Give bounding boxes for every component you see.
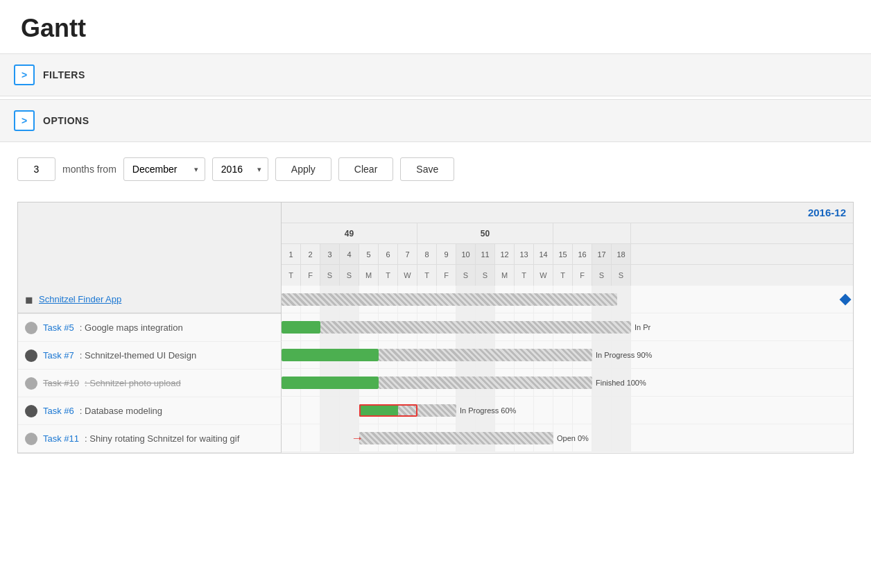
gantt-day-col <box>534 397 553 424</box>
task-link-task5[interactable]: Task #5 <box>43 322 74 333</box>
week-cell: 49 <box>282 223 417 243</box>
green-bar <box>282 377 379 389</box>
day-letter-cell: T <box>379 265 398 286</box>
year-select-wrapper: 20142015201620172018 ▾ <box>212 157 268 181</box>
task-row-right-task10: Finished 100% <box>282 369 853 397</box>
status-label: In Progress 60% <box>460 406 516 415</box>
avatar <box>25 377 37 390</box>
day-num-cell: 13 <box>515 244 534 264</box>
day-num-cell: 5 <box>359 244 379 264</box>
day-num-cell: 14 <box>534 244 553 264</box>
status-label: Open 0% <box>557 434 589 442</box>
months-input[interactable] <box>17 157 55 181</box>
day-letter-cell: S <box>456 265 476 286</box>
day-letter-cell: W <box>534 265 553 286</box>
task-row-left: Task #6: Database modeling <box>18 397 282 425</box>
day-letter-cell: S <box>340 265 359 286</box>
avatar <box>25 405 37 417</box>
month-select[interactable]: JanuaryFebruaryMarchAprilMayJuneJulyAugu… <box>123 157 205 181</box>
week-row: 4950 <box>282 223 853 244</box>
gantt-day-col <box>282 424 301 451</box>
day-letter-cell: T <box>553 265 573 286</box>
day-letter-cell: T <box>417 265 437 286</box>
gantt-day-col <box>553 397 573 424</box>
red-border-bar <box>359 404 417 417</box>
controls-row: months from JanuaryFebruaryMarchAprilMay… <box>0 144 871 195</box>
week-cell <box>553 223 631 243</box>
task-link-task6[interactable]: Task #6 <box>43 406 74 416</box>
status-label: Finished 100% <box>596 379 646 387</box>
task-title: : Schnitzel-themed UI Design <box>80 350 196 361</box>
task-row-left: Task #11: Shiny rotating Schnitzel for w… <box>18 425 282 453</box>
gantt-day-col <box>515 397 534 424</box>
year-label: 2016-12 <box>282 202 853 223</box>
day-num-cell: 18 <box>612 244 631 264</box>
gantt-day-col <box>301 397 320 424</box>
day-num-cell: 4 <box>340 244 359 264</box>
project-row-right <box>282 286 853 313</box>
options-section: > OPTIONS <box>0 99 871 142</box>
task-title: : Database modeling <box>80 406 162 416</box>
clear-button[interactable]: Clear <box>338 157 393 181</box>
project-bar <box>282 293 617 306</box>
filters-toggle[interactable]: > <box>14 64 35 85</box>
day-num-cell: 6 <box>379 244 398 264</box>
day-letter-cell: T <box>515 265 534 286</box>
year-select[interactable]: 20142015201620172018 <box>212 157 268 181</box>
project-name[interactable]: Schnitzel Finder App <box>39 294 121 304</box>
task-row-right-task7: In Progress 90% <box>282 341 853 369</box>
gantt-day-col <box>592 424 612 451</box>
gantt-header-right: 2016-12 4950 123456789101112131415161718… <box>282 202 853 286</box>
gantt-day-col <box>301 424 320 451</box>
gray-bar <box>379 377 592 389</box>
day-num-row: 123456789101112131415161718 <box>282 244 853 265</box>
gray-bar <box>320 321 631 334</box>
gray-bar <box>359 432 553 444</box>
day-num-cell: 17 <box>592 244 612 264</box>
gantt-chart: 2016-12 4950 123456789101112131415161718… <box>17 202 854 453</box>
options-toggle[interactable]: > <box>14 110 35 131</box>
task-link-task10[interactable]: Task #10 <box>43 378 79 388</box>
save-button[interactable]: Save <box>400 157 454 181</box>
day-num-cell: 1 <box>282 244 301 264</box>
task-link-task11[interactable]: Task #11 <box>43 433 79 444</box>
gantt-day-col <box>320 397 340 424</box>
task-title: : Schnitzel photo upload <box>85 378 181 388</box>
task-row-right-task5: In Pr <box>282 313 853 341</box>
day-num-cell: 3 <box>320 244 340 264</box>
green-bar <box>282 349 379 361</box>
gantt-day-col <box>340 397 359 424</box>
day-letter-cell: F <box>301 265 320 286</box>
status-label: In Progress 90% <box>596 351 652 359</box>
page-title: Gantt <box>0 0 871 53</box>
task-link-task7[interactable]: Task #7 <box>43 350 74 361</box>
avatar <box>25 433 37 445</box>
task-row-right-task11: →Open 0% <box>282 424 853 452</box>
day-letter-cell: W <box>398 265 417 286</box>
day-letter-cell: S <box>592 265 612 286</box>
task-row-right-task6: In Progress 60% <box>282 397 853 424</box>
green-bar <box>282 321 320 334</box>
gantt-day-col <box>592 397 612 424</box>
month-select-wrapper: JanuaryFebruaryMarchAprilMayJuneJulyAugu… <box>123 157 205 181</box>
day-num-cell: 10 <box>456 244 476 264</box>
day-num-cell: 16 <box>573 244 592 264</box>
day-num-cell: 12 <box>495 244 515 264</box>
gantt-header: 2016-12 4950 123456789101112131415161718… <box>18 202 853 286</box>
status-label: In Pr <box>635 323 650 331</box>
gantt-right-panel: In PrIn Progress 90%Finished 100%In Prog… <box>282 286 853 453</box>
week-cell: 50 <box>417 223 553 243</box>
gantt-body: ◼Schnitzel Finder AppTask #5: Google map… <box>18 286 853 453</box>
task-title: : Google maps integration <box>80 322 183 333</box>
day-letter-cell: S <box>320 265 340 286</box>
dependency-arrow: → <box>351 431 363 445</box>
task-row-left: Task #5: Google maps integration <box>18 314 282 342</box>
apply-button[interactable]: Apply <box>275 157 331 181</box>
day-num-cell: 7 <box>398 244 417 264</box>
task-title: : Shiny rotating Schnitzel for waiting g… <box>85 433 239 444</box>
filters-section: > FILTERS <box>0 53 871 96</box>
avatar <box>25 322 37 334</box>
task-row-left: Task #7: Schnitzel-themed UI Design <box>18 342 282 370</box>
months-from-label: months from <box>62 164 117 175</box>
project-row-left: ◼Schnitzel Finder App <box>18 286 282 313</box>
